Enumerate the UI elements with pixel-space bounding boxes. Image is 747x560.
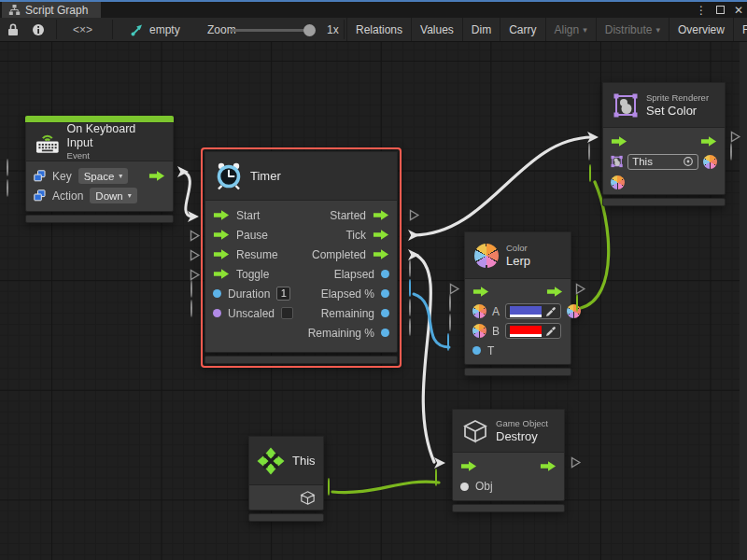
action-port-label: Action xyxy=(52,189,83,203)
flow-input-arrow[interactable] xyxy=(213,268,230,280)
pause-port-label: Pause xyxy=(236,229,268,242)
value-input-dot[interactable] xyxy=(460,483,469,491)
port-keyboard-in-2[interactable] xyxy=(7,179,8,197)
eyedropper-icon[interactable] xyxy=(545,326,557,337)
chevron-down-icon: ▾ xyxy=(128,191,132,200)
color-output-icon[interactable] xyxy=(567,304,581,318)
object-picker-icon[interactable] xyxy=(683,156,694,167)
flow-output-arrow[interactable] xyxy=(546,286,563,298)
info-icon[interactable] xyxy=(32,18,45,41)
color-input-icon[interactable] xyxy=(611,175,625,189)
port-keyboard-trigger-out[interactable] xyxy=(176,165,190,178)
node-timer[interactable]: Timer Start Started Pause Tick xyxy=(201,147,402,368)
port-setcolor-out[interactable] xyxy=(730,143,732,161)
dim-button[interactable]: Dim xyxy=(462,18,500,41)
align-carry-icon[interactable]: <×> xyxy=(73,18,92,41)
flow-input-arrow[interactable] xyxy=(472,286,489,298)
port-timer-start-in[interactable] xyxy=(187,210,200,223)
color-wheel-icon xyxy=(474,244,499,268)
flow-output-arrow[interactable] xyxy=(540,460,557,472)
completed-port-label: Completed xyxy=(312,248,366,261)
value-input-dot[interactable] xyxy=(472,346,481,355)
port-timer-elapsed-out[interactable] xyxy=(409,259,411,277)
node-on-keyboard-input[interactable]: On Keyboard Input Event Key xyxy=(25,116,174,223)
port-lerp-color-out[interactable] xyxy=(576,294,578,312)
node-color-lerp[interactable]: Color Lerp A xyxy=(464,231,571,376)
port-destroy-flow-out[interactable] xyxy=(570,456,582,469)
flow-input-arrow[interactable] xyxy=(213,248,230,260)
port-timer-duration-in[interactable] xyxy=(190,280,192,298)
port-timer-tick-out[interactable] xyxy=(407,229,420,242)
node-destroy[interactable]: Game Object Destroy Obj xyxy=(452,409,565,512)
port-lerp-b-in[interactable] xyxy=(449,314,451,331)
flow-input-arrow[interactable] xyxy=(213,209,230,221)
port-setcolor-target-in[interactable] xyxy=(588,143,590,161)
flow-input-arrow[interactable] xyxy=(460,460,477,472)
game-object-cube-icon xyxy=(462,418,488,444)
tick-port-label: Tick xyxy=(345,229,366,242)
node-this[interactable]: This xyxy=(248,436,324,522)
script-graph-window: Script Graph ⋮ ✕ <×> empty Zoom 1x Relat… xyxy=(0,0,747,560)
flow-output-arrow[interactable] xyxy=(373,248,389,260)
unscaled-checkbox[interactable] xyxy=(281,307,293,319)
duration-input[interactable]: 1 xyxy=(276,287,290,301)
flow-output-arrow[interactable] xyxy=(700,135,717,147)
port-destroy-obj-in[interactable] xyxy=(435,469,437,486)
game-object-output-icon[interactable] xyxy=(300,490,316,506)
distribute-button[interactable]: Distribute▾ xyxy=(596,18,669,41)
flow-output-arrow[interactable] xyxy=(373,229,389,241)
obj-port-label: Obj xyxy=(475,480,493,493)
port-setcolor-flow-in[interactable] xyxy=(586,131,599,144)
tab-script-graph[interactable]: Script Graph xyxy=(2,2,101,18)
color-output-icon[interactable] xyxy=(703,155,717,169)
target-field[interactable]: This xyxy=(627,154,698,170)
key-dropdown[interactable]: Space▾ xyxy=(78,168,129,184)
overview-button[interactable]: Overview xyxy=(669,18,733,41)
value-input-dot[interactable] xyxy=(213,309,221,317)
port-setcolor-flow-out[interactable] xyxy=(729,131,741,143)
lock-icon[interactable] xyxy=(7,18,19,41)
toggle-port-label: Toggle xyxy=(236,268,269,281)
carry-button[interactable]: Carry xyxy=(500,18,544,41)
align-button[interactable]: Align▾ xyxy=(545,18,596,41)
flow-output-arrow[interactable] xyxy=(373,209,389,221)
port-timer-elapsedpct-out[interactable] xyxy=(409,279,411,297)
flow-output-arrow[interactable] xyxy=(148,170,165,182)
value-input-dot[interactable] xyxy=(213,289,221,298)
flow-input-arrow[interactable] xyxy=(611,135,627,147)
color-a-field[interactable] xyxy=(505,303,561,319)
relations-button[interactable]: Relations xyxy=(346,18,411,41)
value-output-dot[interactable] xyxy=(381,289,389,298)
window-menu-icon[interactable]: ⋮ xyxy=(696,4,707,17)
port-keyboard-in-1[interactable] xyxy=(7,159,8,176)
maximize-icon[interactable] xyxy=(716,6,725,14)
port-setcolor-color-in[interactable] xyxy=(589,164,591,182)
node-title: Set Color xyxy=(646,104,709,118)
close-icon[interactable]: ✕ xyxy=(734,4,743,17)
port-timer-remainingpct-out[interactable] xyxy=(409,318,411,336)
fullscreen-button[interactable]: Full Screen xyxy=(733,18,747,41)
value-output-dot[interactable] xyxy=(381,329,389,337)
zoom-slider-track[interactable] xyxy=(230,29,312,32)
node-title: Timer xyxy=(250,169,281,183)
action-dropdown[interactable]: Down▾ xyxy=(90,188,136,203)
zoom-slider-handle[interactable] xyxy=(303,24,316,36)
port-lerp-a-in[interactable] xyxy=(449,294,451,312)
toolbar-buttons: Relations Values Dim Carry Align▾ Distri… xyxy=(346,18,747,41)
port-timer-unscaled-in[interactable] xyxy=(190,300,192,317)
value-output-dot[interactable] xyxy=(381,309,389,317)
port-timer-pause-in[interactable] xyxy=(189,230,201,242)
flow-input-arrow[interactable] xyxy=(213,229,230,241)
value-output-dot[interactable] xyxy=(381,270,389,278)
port-this-out[interactable] xyxy=(328,478,330,496)
values-button[interactable]: Values xyxy=(411,18,462,41)
port-timer-resume-in[interactable] xyxy=(189,249,201,261)
color-b-field[interactable] xyxy=(505,323,561,339)
port-timer-remaining-out[interactable] xyxy=(409,299,411,316)
port-lerp-t-in[interactable] xyxy=(447,333,449,351)
eyedropper-icon[interactable] xyxy=(545,306,557,317)
port-destroy-flow-in[interactable] xyxy=(433,456,446,469)
unscaled-port-label: Unscaled xyxy=(228,307,275,320)
node-set-color[interactable]: Sprite Renderer Set Color xyxy=(602,82,726,206)
port-timer-started-out[interactable] xyxy=(408,209,420,221)
